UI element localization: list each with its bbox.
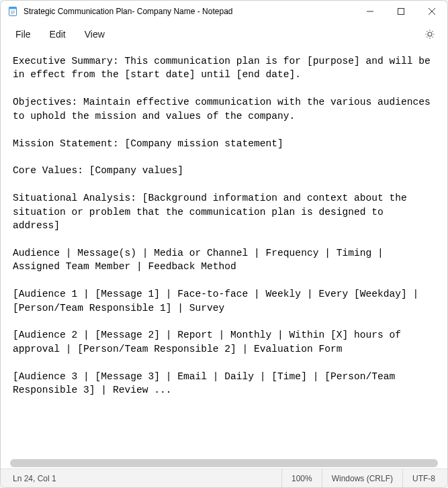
status-zoom[interactable]: 100% [281, 469, 322, 487]
window-controls [355, 1, 447, 22]
status-cursor-position: Ln 24, Col 1 [3, 469, 66, 487]
scrollbar-thumb[interactable] [10, 459, 438, 467]
text-area-scroll[interactable]: Executive Summary: This communication pl… [1, 46, 447, 456]
status-encoding: UTF-8 [402, 469, 445, 487]
title-bar: Strategic Communication Plan- Company Na… [1, 1, 447, 22]
svg-rect-6 [398, 9, 404, 15]
window-title: Strategic Communication Plan- Company Na… [24, 7, 355, 16]
close-button[interactable] [416, 1, 447, 22]
notepad-window: Strategic Communication Plan- Company Na… [0, 0, 448, 488]
notepad-icon [7, 6, 18, 17]
status-line-ending: Windows (CRLF) [322, 469, 402, 487]
horizontal-scrollbar[interactable] [10, 459, 438, 467]
menu-file[interactable]: File [6, 25, 40, 44]
text-area[interactable]: Executive Summary: This communication pl… [13, 54, 435, 397]
gear-icon [424, 29, 435, 40]
menu-edit[interactable]: Edit [40, 25, 75, 44]
settings-button[interactable] [418, 26, 442, 42]
menu-bar: File Edit View [1, 22, 447, 46]
svg-rect-1 [9, 7, 17, 9]
status-bar: Ln 24, Col 1 100% Windows (CRLF) UTF-8 [1, 469, 447, 487]
maximize-button[interactable] [386, 1, 416, 22]
minimize-button[interactable] [355, 1, 386, 22]
menu-view[interactable]: View [75, 25, 114, 44]
